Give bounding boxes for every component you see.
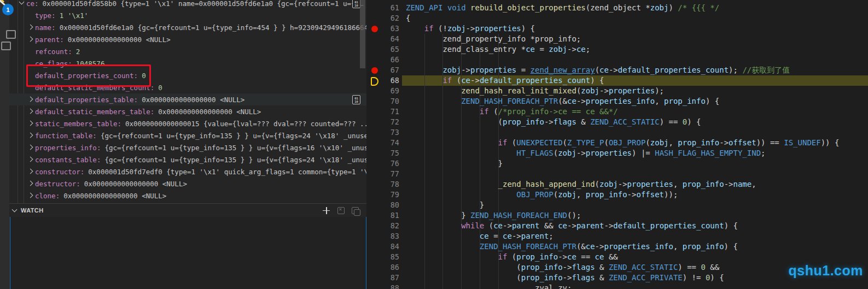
chevron-right-icon[interactable] <box>26 95 35 104</box>
code-text[interactable]: zend_hash_real_init_mixed(zobj->properti… <box>406 86 664 96</box>
code-text[interactable]: } ZEND_HASH_FOREACH_END(); <box>406 210 581 221</box>
chevron-right-icon[interactable] <box>26 167 35 176</box>
variable-row-ce[interactable]: ce:0x000001d50fd858b0 {type=1 '\x1' name… <box>9 0 366 9</box>
code-line-65[interactable]: 65 zend_class_entry *ce = zobj->ce; <box>366 44 868 55</box>
line-number[interactable]: 86 <box>366 262 399 273</box>
chevron-down-icon[interactable] <box>18 0 26 8</box>
code-line-66[interactable]: 66 <box>366 55 868 65</box>
code-line-68[interactable]: 68 if (ce->default_properties_count) { <box>366 75 868 86</box>
code-line-83[interactable]: 83 ce = ce->parent; <box>366 231 868 241</box>
view-binary-data-icon[interactable]: 0110 <box>352 0 360 8</box>
chevron-right-icon[interactable] <box>26 23 35 32</box>
line-number[interactable]: 78 <box>366 179 399 190</box>
code-text[interactable]: if (!zobj->properties) { <box>406 23 535 34</box>
collapse-all-button[interactable] <box>352 207 359 214</box>
code-text[interactable]: if (prop_info->ce == ce && <box>406 252 618 262</box>
add-expression-button[interactable] <box>322 207 330 215</box>
line-number[interactable]: 65 <box>366 44 399 55</box>
line-number[interactable]: 80 <box>366 200 399 210</box>
variable-row-parent[interactable]: parent:0x0000000000000000 <NULL> <box>9 33 366 45</box>
code-line-77[interactable]: 77 <box>366 169 868 179</box>
line-number[interactable]: 66 <box>366 55 399 65</box>
code-line-61[interactable]: 61ZEND_API void rebuild_object_propertie… <box>366 3 868 13</box>
code-text[interactable]: (prop_info->flags & ZEND_ACC_PRIVATE) !=… <box>406 273 724 283</box>
line-number[interactable]: 63 <box>366 23 399 34</box>
code-text[interactable]: while (ce->parent && ce->parent->default… <box>406 221 738 231</box>
chevron-right-icon[interactable] <box>26 155 35 164</box>
code-line-72[interactable]: 72 (prop_info->flags & ZEND_ACC_STATIC) … <box>366 117 868 127</box>
line-number[interactable]: 77 <box>366 169 399 179</box>
code-line-71[interactable]: 71 if (/*prop_info->ce == ce &&*/ <box>366 107 868 117</box>
code-line-67[interactable]: 67 zobj->properties = zend_new_array(ce-… <box>366 65 868 75</box>
code-line-82[interactable]: 82 while (ce->parent && ce->parent->defa… <box>366 221 868 231</box>
line-number[interactable]: 68 <box>366 75 399 86</box>
variable-row-type[interactable]: type:1 '\x1' <box>9 9 366 21</box>
code-line-63[interactable]: 63 if (!zobj->properties) { <box>366 23 868 34</box>
chevron-down-icon[interactable] <box>12 207 18 213</box>
watch-panel-header[interactable]: WATCH ✕ <box>9 203 366 217</box>
line-number[interactable]: 88 <box>366 283 399 289</box>
code-line-84[interactable]: 84 ZEND_HASH_FOREACH_PTR(&ce->properties… <box>366 241 868 252</box>
code-text[interactable]: ZEND_HASH_FOREACH_PTR(&ce->properties_in… <box>406 96 719 107</box>
code-text[interactable]: (prop_info->flags & ZEND_ACC_STATIC) == … <box>406 262 719 273</box>
code-text[interactable]: zval zv; <box>406 283 572 289</box>
line-number[interactable]: 62 <box>366 13 399 23</box>
code-text[interactable]: if (ce->default_properties_count) { <box>406 75 604 86</box>
code-line-74[interactable]: 74 if (UNEXPECTED(Z_TYPE_P(OBJ_PROP(zobj… <box>366 138 868 148</box>
chevron-right-icon[interactable] <box>26 143 35 152</box>
line-number[interactable]: 81 <box>366 210 399 221</box>
line-number[interactable]: 74 <box>366 138 399 148</box>
line-number[interactable]: 82 <box>366 221 399 231</box>
variable-row-static_members_table[interactable]: static_members_table:0x0000000000000015 … <box>9 117 366 129</box>
line-number[interactable]: 61 <box>366 3 399 13</box>
chevron-right-icon[interactable] <box>26 131 35 140</box>
code-text[interactable]: zobj->properties = zend_new_array(ce->de… <box>406 65 790 75</box>
code-text[interactable]: OBJ_PROP(zobj, prop_info->offset)); <box>406 190 678 200</box>
variable-row-default_properties_table[interactable]: default_properties_table:0x0000000000000… <box>9 93 366 105</box>
code-line-79[interactable]: 79 OBJ_PROP(zobj, prop_info->offset)); <box>366 190 868 200</box>
code-line-85[interactable]: 85 if (prop_info->ce == ce && <box>366 252 868 262</box>
code-text[interactable]: if (UNEXPECTED(Z_TYPE_P(OBJ_PROP(zobj, p… <box>406 138 839 148</box>
chevron-right-icon[interactable] <box>26 35 35 44</box>
line-number[interactable]: 70 <box>366 96 399 107</box>
code-line-62[interactable]: 62{ <box>366 13 868 23</box>
code-line-78[interactable]: 78 _zend_hash_append_ind(zobj->propertie… <box>366 179 868 190</box>
chevron-right-icon[interactable] <box>26 107 35 116</box>
code-text[interactable]: HT_FLAGS(zobj->properties) |= HASH_FLAG_… <box>406 148 766 158</box>
code-line-70[interactable]: 70 ZEND_HASH_FOREACH_PTR(&ce->properties… <box>366 96 868 107</box>
variable-row-refcount[interactable]: refcount:2 <box>9 45 366 57</box>
code-text[interactable]: (prop_info->flags & ZEND_ACC_STATIC) == … <box>406 117 701 127</box>
line-number[interactable]: 64 <box>366 34 399 44</box>
line-number[interactable]: 79 <box>366 190 399 200</box>
code-text[interactable]: if (/*prop_info->ce == ce &&*/ <box>406 107 618 117</box>
code-text[interactable]: _zend_hash_append_ind(zobj->properties, … <box>406 179 756 190</box>
code-text[interactable]: zend_property_info *prop_info; <box>406 34 581 44</box>
line-number[interactable]: 72 <box>366 117 399 127</box>
variable-row-clone[interactable]: clone:0x0000000000000000 <NULL> <box>9 190 366 202</box>
code-line-80[interactable]: 80 } <box>366 200 868 210</box>
variable-row-name[interactable]: name:0x000001d50fd6e1a0 {gc={refcount=1 … <box>9 21 366 33</box>
code-editor[interactable]: 61ZEND_API void rebuild_object_propertie… <box>366 0 868 289</box>
chevron-right-icon[interactable] <box>26 179 35 188</box>
variable-row-constants_table[interactable]: constants_table:{gc={refcount=1 u={type_… <box>9 154 366 166</box>
line-number[interactable]: 67 <box>366 65 399 75</box>
line-number[interactable]: 84 <box>366 241 399 252</box>
variable-row-function_table[interactable]: function_table:{gc={refcount=1 u={type_i… <box>9 129 366 141</box>
watch-expression-input-area[interactable] <box>10 216 366 289</box>
variable-row-properties_info[interactable]: properties_info:{gc={refcount=1 u={type_… <box>9 141 366 154</box>
code-text[interactable]: } <box>406 158 503 169</box>
variable-row-destructor[interactable]: destructor:0x0000000000000000 <NULL> <box>9 178 366 190</box>
overlapping-squares-icon[interactable] <box>6 30 16 39</box>
code-line-76[interactable]: 76 } <box>366 158 868 169</box>
code-line-81[interactable]: 81 } ZEND_HASH_FOREACH_END(); <box>366 210 868 221</box>
chevron-right-icon[interactable] <box>26 119 35 128</box>
code-text[interactable]: zend_class_entry *ce = zobj->ce; <box>406 44 590 55</box>
code-text[interactable]: } <box>406 200 484 210</box>
code-text[interactable]: ce = ce->parent; <box>406 231 554 241</box>
code-line-69[interactable]: 69 zend_hash_real_init_mixed(zobj->prope… <box>366 86 868 96</box>
line-number[interactable]: 85 <box>366 252 399 262</box>
code-line-88[interactable]: 88 zval zv; <box>366 283 868 289</box>
line-number[interactable]: 69 <box>366 86 399 96</box>
code-line-73[interactable]: 73 <box>366 127 868 138</box>
variable-row-constructor[interactable]: constructor:0x000001d50fd7edf0 {type=1 '… <box>9 166 366 178</box>
